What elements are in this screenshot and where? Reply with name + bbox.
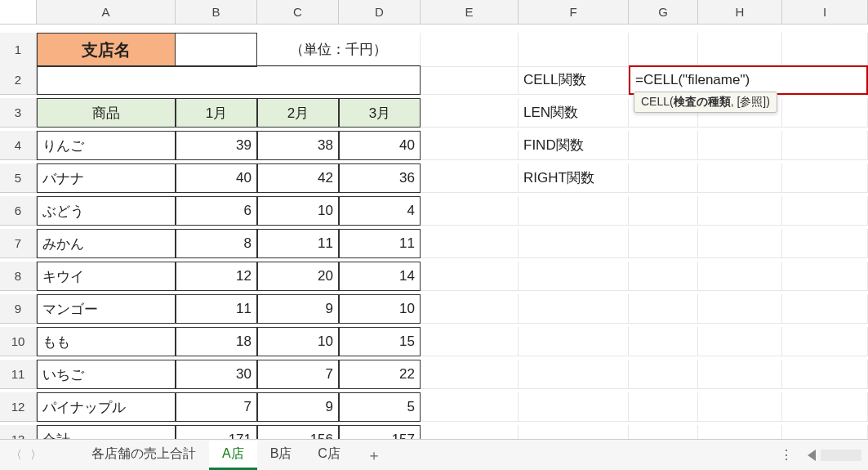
cell-D3[interactable]: 3月 xyxy=(339,98,421,128)
cell-B12[interactable]: 7 xyxy=(176,392,257,422)
cell-F7[interactable] xyxy=(519,229,629,258)
cell-B5[interactable]: 40 xyxy=(176,163,257,193)
cell-H4[interactable] xyxy=(698,131,782,160)
cell-F12[interactable] xyxy=(519,392,629,422)
col-header-D[interactable]: D xyxy=(339,0,421,25)
cell-B6[interactable]: 6 xyxy=(176,196,257,226)
cell-B10[interactable]: 18 xyxy=(176,327,257,356)
cell-E7[interactable] xyxy=(421,229,519,258)
col-header-F[interactable]: F xyxy=(519,0,629,25)
cell-D6[interactable]: 4 xyxy=(339,196,421,226)
cell-A3[interactable]: 商品 xyxy=(37,98,176,128)
cell-H8[interactable] xyxy=(698,262,782,291)
cell-B11[interactable]: 30 xyxy=(176,360,257,389)
row-header-6[interactable]: 6 xyxy=(0,196,37,226)
cell-F10[interactable] xyxy=(519,327,629,356)
cell-H6[interactable] xyxy=(698,196,782,226)
cell-A11[interactable]: いちご xyxy=(37,360,176,389)
cell-E3[interactable] xyxy=(421,98,519,128)
cell-C4[interactable]: 38 xyxy=(257,131,339,160)
col-header-E[interactable]: E xyxy=(421,0,519,25)
cell-E2[interactable] xyxy=(421,65,519,95)
cell-H9[interactable] xyxy=(698,294,782,324)
cell-B9[interactable]: 11 xyxy=(176,294,257,324)
cell-A12[interactable]: パイナップル xyxy=(37,392,176,422)
cell-E8[interactable] xyxy=(421,262,519,291)
row-header-11[interactable]: 11 xyxy=(0,360,37,389)
cell-A6[interactable]: ぶどう xyxy=(37,196,176,226)
tab-summary[interactable]: 各店舗の売上合計 xyxy=(78,441,209,469)
cell-E5[interactable] xyxy=(421,163,519,193)
cell-D11[interactable]: 22 xyxy=(339,360,421,389)
cell-G2-active[interactable]: =CELL("filename") xyxy=(629,65,868,95)
cell-G6[interactable] xyxy=(629,196,698,226)
cell-C6[interactable]: 10 xyxy=(257,196,339,226)
cell-I12[interactable] xyxy=(782,392,868,422)
row-header-4[interactable]: 4 xyxy=(0,131,37,160)
row-header-1[interactable]: 1 xyxy=(0,33,37,67)
cell-C3[interactable]: 2月 xyxy=(257,98,339,128)
cell-H5[interactable] xyxy=(698,163,782,193)
cell-G10[interactable] xyxy=(629,327,698,356)
cell-H1[interactable] xyxy=(698,33,782,67)
cell-B8[interactable]: 12 xyxy=(176,262,257,291)
row-header-3[interactable]: 3 xyxy=(0,98,37,128)
cell-D7[interactable]: 11 xyxy=(339,229,421,258)
cell-F9[interactable] xyxy=(519,294,629,324)
cell-G4[interactable] xyxy=(629,131,698,160)
hscroll-track[interactable] xyxy=(821,450,861,461)
tab-nav-prev-icon[interactable]: 〈 xyxy=(7,445,26,465)
col-header-G[interactable]: G xyxy=(629,0,698,25)
cell-G5[interactable] xyxy=(629,163,698,193)
cell-E11[interactable] xyxy=(421,360,519,389)
cell-A7[interactable]: みかん xyxy=(37,229,176,258)
cell-C7[interactable]: 11 xyxy=(257,229,339,258)
cell-D10[interactable]: 15 xyxy=(339,327,421,356)
cell-F8[interactable] xyxy=(519,262,629,291)
col-header-B[interactable]: B xyxy=(176,0,257,25)
cell-B1[interactable] xyxy=(176,33,257,67)
cell-H11[interactable] xyxy=(698,360,782,389)
cell-G9[interactable] xyxy=(629,294,698,324)
cell-H12[interactable] xyxy=(698,392,782,422)
cell-I7[interactable] xyxy=(782,229,868,258)
cell-E9[interactable] xyxy=(421,294,519,324)
cell-I9[interactable] xyxy=(782,294,868,324)
cell-C12[interactable]: 9 xyxy=(257,392,339,422)
new-sheet-button[interactable]: ＋ xyxy=(354,445,394,465)
row-header-7[interactable]: 7 xyxy=(0,229,37,258)
select-all-corner[interactable] xyxy=(0,0,37,25)
cell-C1[interactable]: （単位：千円） xyxy=(257,33,421,67)
cell-I11[interactable] xyxy=(782,360,868,389)
cell-I3[interactable] xyxy=(782,98,868,128)
cell-E6[interactable] xyxy=(421,196,519,226)
tab-c-store[interactable]: C店 xyxy=(305,441,354,469)
cell-A1[interactable]: 支店名 xyxy=(37,33,176,67)
cell-H10[interactable] xyxy=(698,327,782,356)
cell-D12[interactable]: 5 xyxy=(339,392,421,422)
cell-D4[interactable]: 40 xyxy=(339,131,421,160)
cell-E12[interactable] xyxy=(421,392,519,422)
cell-C8[interactable]: 20 xyxy=(257,262,339,291)
row-header-2[interactable]: 2 xyxy=(0,65,37,95)
cell-D8[interactable]: 14 xyxy=(339,262,421,291)
cell-E10[interactable] xyxy=(421,327,519,356)
cell-H7[interactable] xyxy=(698,229,782,258)
hscroll-left-icon[interactable] xyxy=(808,450,816,461)
cell-F4[interactable]: FIND関数 xyxy=(519,131,629,160)
cell-F6[interactable] xyxy=(519,196,629,226)
cell-F3[interactable]: LEN関数 xyxy=(519,98,629,128)
col-header-I[interactable]: I xyxy=(782,0,868,25)
row-header-10[interactable]: 10 xyxy=(0,327,37,356)
cell-I8[interactable] xyxy=(782,262,868,291)
col-header-C[interactable]: C xyxy=(257,0,339,25)
cell-I10[interactable] xyxy=(782,327,868,356)
cell-I6[interactable] xyxy=(782,196,868,226)
tabs-menu-icon[interactable]: ⋮ xyxy=(772,447,803,463)
cell-F1[interactable] xyxy=(519,33,629,67)
cell-G11[interactable] xyxy=(629,360,698,389)
cell-F5[interactable]: RIGHT関数 xyxy=(519,163,629,193)
cell-D5[interactable]: 36 xyxy=(339,163,421,193)
cell-D9[interactable]: 10 xyxy=(339,294,421,324)
cell-A5[interactable]: バナナ xyxy=(37,163,176,193)
